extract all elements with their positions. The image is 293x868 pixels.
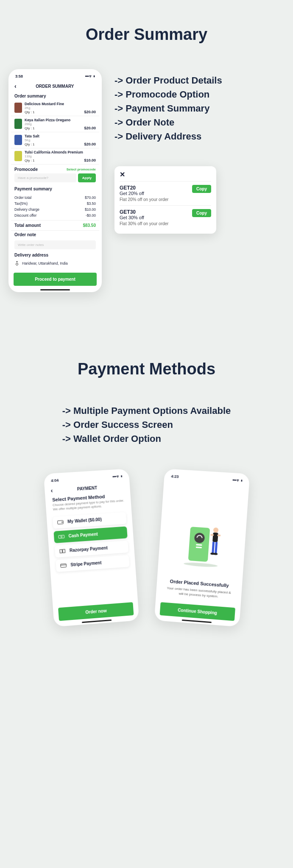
feature-item: -> Order Product Details — [114, 73, 222, 87]
feature-item: -> Wallet Order Option — [62, 432, 231, 446]
promo-description: Flat 30% off on your order — [120, 221, 211, 226]
card-icon — [60, 563, 67, 568]
order-item: Tata Salt 5Kg Qty : 1 $20.00 — [11, 132, 99, 148]
payment-option-wallet[interactable]: My Wallet ($0.00) — [53, 512, 126, 528]
item-name: Keya Italian Pizza Oregano — [25, 118, 96, 122]
item-variant: 5Kg — [25, 138, 96, 142]
total-row: Total amount $83.50 — [11, 220, 99, 231]
section-title-order: Order Summary — [8, 25, 285, 44]
item-variant: 2Kg — [25, 106, 96, 110]
app-bar: ‹ ORDER SUMMARY — [11, 80, 99, 92]
apply-button[interactable]: Apply — [78, 173, 96, 182]
home-indicator — [81, 620, 111, 623]
item-qty: Qty : 1 — [25, 159, 35, 162]
proceed-payment-button[interactable]: Proceed to payment — [14, 273, 97, 286]
delivery-address-heading: Delivery address — [11, 251, 99, 259]
status-time: 4:04 — [50, 478, 59, 483]
copy-button[interactable]: Copy — [192, 185, 211, 193]
payment-option-stripe[interactable]: Stripe Payment — [56, 555, 129, 572]
copy-button[interactable]: Copy — [192, 209, 211, 217]
select-promocode-link[interactable]: Select promocode — [67, 167, 96, 171]
feature-list: -> Order Product Details -> Promocode Op… — [114, 69, 222, 143]
summary-row: Discount offer -$0.00 — [14, 212, 96, 218]
summary-label: Delivery charge — [14, 207, 39, 212]
svg-rect-14 — [212, 533, 218, 542]
app-bar-title: ORDER SUMMARY — [20, 84, 96, 89]
back-icon[interactable]: ‹ — [14, 83, 17, 89]
promocode-input[interactable]: Have a promocode? — [14, 173, 76, 182]
item-qty: Qty : 1 — [25, 142, 35, 146]
svg-rect-6 — [62, 549, 65, 553]
razorpay-icon — [59, 548, 66, 554]
svg-point-4 — [61, 536, 62, 537]
home-indicator — [40, 289, 70, 290]
order-now-button[interactable]: Order now — [58, 602, 134, 621]
status-icons: •••• ᯤ ▮ — [232, 478, 243, 483]
item-name: Tata Salt — [25, 134, 96, 138]
total-label: Total amount — [14, 223, 41, 228]
promo-code: GET20 — [120, 185, 144, 191]
home-indicator — [181, 620, 211, 623]
payment-option-label: Razorpay Payment — [69, 545, 107, 553]
status-time: 4:23 — [171, 474, 179, 479]
svg-rect-18 — [215, 542, 218, 553]
product-image — [14, 135, 22, 145]
feature-item: -> Order Note — [114, 115, 222, 129]
item-qty: Qty : 1 — [25, 126, 35, 130]
close-icon[interactable]: ✕ — [120, 170, 211, 181]
svg-point-21 — [183, 562, 218, 568]
summary-row: Tax(5%) $3.50 — [14, 201, 96, 207]
promocode-heading: Promocode — [14, 167, 38, 172]
svg-line-8 — [60, 565, 66, 565]
promo-description: Flat 20% off on your order — [120, 197, 211, 202]
order-item: Delicious Mustard Fine 2Kg Qty : 1 $20.0… — [11, 100, 99, 116]
status-icons: •••• ᯤ ▮ — [85, 74, 95, 78]
summary-value: $10.00 — [85, 207, 96, 212]
payment-option-razorpay[interactable]: Razorpay Payment — [54, 541, 128, 558]
svg-rect-1 — [57, 520, 63, 524]
continue-shopping-button[interactable]: Continue Shopping — [159, 602, 235, 621]
promo-card: GET20 Get 20% off Copy Flat 20% off on y… — [120, 181, 211, 205]
item-name: Tulsi California Almonds Premium — [25, 150, 96, 154]
feature-item: -> Promocode Option — [114, 87, 222, 101]
summary-label: Tax(5%) — [14, 201, 28, 206]
summary-label: Order total — [14, 195, 31, 200]
feature-item: -> Payment Summary — [114, 101, 222, 115]
promocode-popup: ✕ GET20 Get 20% off Copy Flat 20% off on… — [114, 166, 216, 234]
item-price: $20.00 — [84, 142, 96, 146]
phone-success: 4:23 •••• ᯤ ▮ — [154, 469, 249, 627]
wallet-icon — [57, 519, 64, 525]
payment-option-cash[interactable]: Cash Payment — [53, 526, 127, 543]
success-illustration — [175, 517, 229, 572]
item-qty: Qty : 1 — [25, 110, 35, 114]
svg-rect-15 — [210, 534, 214, 536]
feature-item: -> Order Success Screen — [62, 418, 231, 432]
item-price: $20.00 — [84, 126, 96, 130]
feature-item: -> Multiple Payment Options Available — [62, 404, 231, 418]
svg-point-2 — [61, 522, 62, 522]
delivery-address[interactable]: Haridwar, Uttarakhand, India — [11, 259, 99, 269]
phone-payment: 4:04 •••• ᯤ ▮ ‹ PAYMENT Select Payment M… — [43, 469, 139, 627]
cash-icon — [58, 534, 65, 539]
app-bar-title: PAYMENT — [56, 483, 124, 492]
svg-rect-17 — [212, 542, 215, 553]
svg-rect-7 — [60, 564, 66, 567]
summary-value: $70.00 — [85, 195, 96, 200]
order-note-input[interactable]: Write order notes — [14, 240, 96, 249]
promo-card: GET30 Get 30% off Copy Flat 30% off on y… — [120, 205, 211, 229]
summary-label: Discount offer — [14, 213, 36, 218]
order-item: Keya Italian Pizza Oregano 200g Qty : 1 … — [11, 116, 99, 132]
order-note-heading: Order note — [11, 231, 99, 239]
section-title-payment: Payment Methods — [8, 360, 285, 378]
item-price: $20.00 — [84, 110, 96, 114]
feature-list: -> Multiple Payment Options Available ->… — [62, 404, 231, 446]
promo-offer: Get 20% off — [120, 191, 144, 196]
item-variant: 200g — [25, 122, 96, 126]
summary-value: $3.50 — [87, 201, 96, 206]
summary-row: Delivery charge $10.00 — [14, 207, 96, 212]
item-variant: 110g — [25, 154, 96, 158]
back-icon[interactable]: ‹ — [50, 487, 53, 494]
product-image — [14, 103, 22, 113]
order-summary-heading: Order summary — [11, 92, 99, 100]
item-price: $10.00 — [84, 158, 96, 162]
